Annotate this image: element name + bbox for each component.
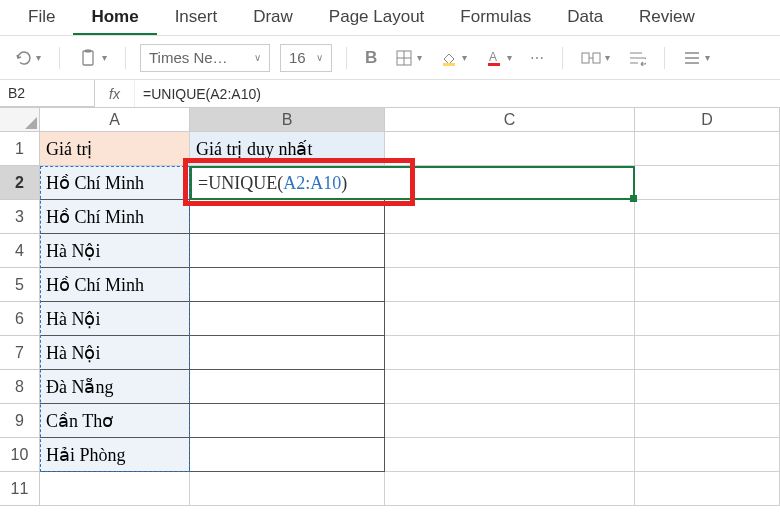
name-box[interactable]: B2 bbox=[0, 80, 95, 107]
cell-c11[interactable] bbox=[385, 472, 635, 506]
row-header-8[interactable]: 8 bbox=[0, 370, 40, 404]
formula-bar: B2 fx =UNIQUE(A2:A10) bbox=[0, 80, 780, 108]
tab-formulas[interactable]: Formulas bbox=[442, 1, 549, 35]
align-button[interactable]: ▾ bbox=[679, 49, 714, 67]
cell-a3[interactable]: Hồ Chí Minh bbox=[40, 200, 190, 234]
clipboard-icon bbox=[78, 48, 98, 68]
cell-a8[interactable]: Đà Nẵng bbox=[40, 370, 190, 404]
cell-c10[interactable] bbox=[385, 438, 635, 472]
fill-icon bbox=[440, 49, 458, 67]
active-cell-editor[interactable]: =UNIQUE(A2:A10) bbox=[190, 166, 635, 200]
svg-rect-5 bbox=[443, 63, 455, 66]
cell-a6[interactable]: Hà Nội bbox=[40, 302, 190, 336]
chevron-down-icon: ▾ bbox=[705, 52, 710, 63]
clipboard-button[interactable]: ▾ bbox=[74, 46, 111, 70]
tab-insert[interactable]: Insert bbox=[157, 1, 236, 35]
chevron-down-icon: ▾ bbox=[417, 52, 422, 63]
tab-draw[interactable]: Draw bbox=[235, 1, 311, 35]
formula-prefix: =UNIQUE( bbox=[198, 173, 283, 194]
row-header-7[interactable]: 7 bbox=[0, 336, 40, 370]
cell-a5[interactable]: Hồ Chí Minh bbox=[40, 268, 190, 302]
tab-review[interactable]: Review bbox=[621, 1, 713, 35]
tab-home[interactable]: Home bbox=[73, 1, 156, 35]
cell-d11[interactable] bbox=[635, 472, 780, 506]
fx-label[interactable]: fx bbox=[95, 80, 135, 107]
cell-a11[interactable] bbox=[40, 472, 190, 506]
row-header-1[interactable]: 1 bbox=[0, 132, 40, 166]
cell-c9[interactable] bbox=[385, 404, 635, 438]
cell-c4[interactable] bbox=[385, 234, 635, 268]
row-header-2[interactable]: 2 bbox=[0, 166, 40, 200]
col-header-d[interactable]: D bbox=[635, 108, 780, 132]
cell-d8[interactable] bbox=[635, 370, 780, 404]
undo-button[interactable]: ▾ bbox=[10, 47, 45, 69]
font-name-select[interactable]: Times Ne… ∨ bbox=[140, 44, 270, 72]
border-icon bbox=[395, 49, 413, 67]
row-header-5[interactable]: 5 bbox=[0, 268, 40, 302]
font-color-button[interactable]: A ▾ bbox=[481, 47, 516, 69]
cell-c7[interactable] bbox=[385, 336, 635, 370]
svg-rect-9 bbox=[593, 53, 600, 63]
col-header-a[interactable]: A bbox=[40, 108, 190, 132]
col-header-c[interactable]: C bbox=[385, 108, 635, 132]
cell-c8[interactable] bbox=[385, 370, 635, 404]
cell-c3[interactable] bbox=[385, 200, 635, 234]
border-button[interactable]: ▾ bbox=[391, 47, 426, 69]
cell-d4[interactable] bbox=[635, 234, 780, 268]
cell-b3[interactable] bbox=[190, 200, 385, 234]
more-button[interactable]: ⋯ bbox=[526, 48, 548, 68]
cell-b4[interactable] bbox=[190, 234, 385, 268]
font-color-icon: A bbox=[485, 49, 503, 67]
col-header-b[interactable]: B bbox=[190, 108, 385, 132]
cell-b7[interactable] bbox=[190, 336, 385, 370]
cell-b8[interactable] bbox=[190, 370, 385, 404]
cell-a7[interactable]: Hà Nội bbox=[40, 336, 190, 370]
cell-c1[interactable] bbox=[385, 132, 635, 166]
cell-d1[interactable] bbox=[635, 132, 780, 166]
cell-b11[interactable] bbox=[190, 472, 385, 506]
cell-c5[interactable] bbox=[385, 268, 635, 302]
chevron-down-icon: ∨ bbox=[254, 52, 261, 63]
cell-b5[interactable] bbox=[190, 268, 385, 302]
cell-b1[interactable]: Giá trị duy nhất bbox=[190, 132, 385, 166]
cell-c6[interactable] bbox=[385, 302, 635, 336]
cell-d5[interactable] bbox=[635, 268, 780, 302]
cell-d7[interactable] bbox=[635, 336, 780, 370]
undo-icon bbox=[14, 49, 32, 67]
row-header-3[interactable]: 3 bbox=[0, 200, 40, 234]
cell-a10[interactable]: Hải Phòng bbox=[40, 438, 190, 472]
row-header-10[interactable]: 10 bbox=[0, 438, 40, 472]
bold-button[interactable]: B bbox=[361, 46, 381, 70]
cell-a2[interactable]: Hồ Chí Minh bbox=[40, 166, 190, 200]
formula-input[interactable]: =UNIQUE(A2:A10) bbox=[135, 80, 780, 107]
tab-file[interactable]: File bbox=[10, 1, 73, 35]
cell-d2[interactable] bbox=[635, 166, 780, 200]
cell-a1[interactable]: Giá trị bbox=[40, 132, 190, 166]
row-header-4[interactable]: 4 bbox=[0, 234, 40, 268]
cell-a4[interactable]: Hà Nội bbox=[40, 234, 190, 268]
svg-rect-8 bbox=[582, 53, 589, 63]
ribbon-toolbar: ▾ ▾ Times Ne… ∨ 16 ∨ B ▾ ▾ A ▾ ⋯ ▾ bbox=[0, 36, 780, 80]
column-headers: A B C D bbox=[0, 108, 780, 132]
wrap-icon bbox=[628, 50, 646, 66]
cell-d3[interactable] bbox=[635, 200, 780, 234]
cell-b9[interactable] bbox=[190, 404, 385, 438]
font-name-value: Times Ne… bbox=[149, 49, 228, 66]
font-size-select[interactable]: 16 ∨ bbox=[280, 44, 332, 72]
merge-button[interactable]: ▾ bbox=[577, 48, 614, 68]
wrap-button[interactable] bbox=[624, 48, 650, 68]
cell-b6[interactable] bbox=[190, 302, 385, 336]
fill-color-button[interactable]: ▾ bbox=[436, 47, 471, 69]
cell-d10[interactable] bbox=[635, 438, 780, 472]
cell-a9[interactable]: Cần Thơ bbox=[40, 404, 190, 438]
cell-b10[interactable] bbox=[190, 438, 385, 472]
chevron-down-icon: ▾ bbox=[36, 52, 41, 63]
row-header-9[interactable]: 9 bbox=[0, 404, 40, 438]
cell-d9[interactable] bbox=[635, 404, 780, 438]
row-header-11[interactable]: 11 bbox=[0, 472, 40, 506]
select-all-corner[interactable] bbox=[0, 108, 40, 132]
cell-d6[interactable] bbox=[635, 302, 780, 336]
row-header-6[interactable]: 6 bbox=[0, 302, 40, 336]
tab-page-layout[interactable]: Page Layout bbox=[311, 1, 442, 35]
tab-data[interactable]: Data bbox=[549, 1, 621, 35]
